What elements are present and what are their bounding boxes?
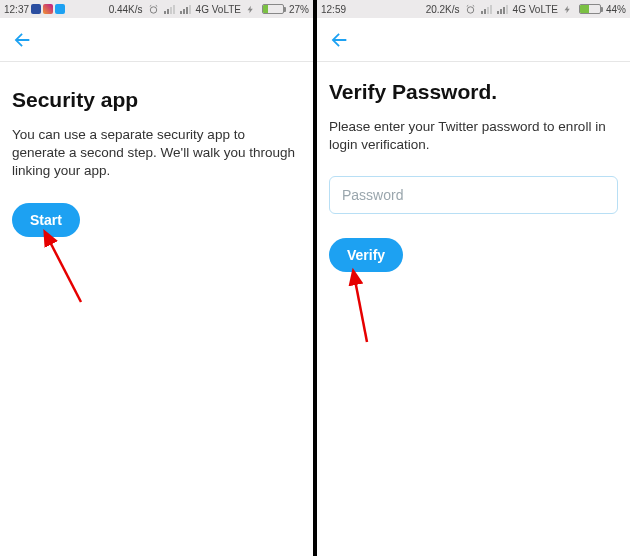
page-title: Verify Password.: [329, 80, 618, 104]
alarm-icon: [465, 4, 476, 15]
back-button[interactable]: [325, 26, 353, 54]
svg-point-0: [150, 6, 156, 12]
signal-icon: [164, 4, 175, 14]
app-header: [317, 18, 630, 62]
status-speed: 20.2K/s: [426, 4, 460, 15]
battery-icon: [579, 4, 601, 14]
password-input[interactable]: [329, 176, 618, 214]
signal-icon: [180, 4, 191, 14]
page-desc: You can use a separate security app to g…: [12, 126, 301, 181]
start-button[interactable]: Start: [12, 203, 80, 237]
charging-icon: [563, 4, 574, 15]
network-label: 4G VoLTE: [196, 4, 241, 15]
phone-right: 12:59 20.2K/s 4G VoLTE 44% Verify Passwo…: [317, 0, 630, 556]
svg-point-1: [467, 6, 473, 12]
battery-icon: [262, 4, 284, 14]
app-badge-icon: [31, 4, 41, 14]
network-label: 4G VoLTE: [513, 4, 558, 15]
status-bar: 12:59 20.2K/s 4G VoLTE 44%: [317, 0, 630, 18]
back-button[interactable]: [8, 26, 36, 54]
status-time: 12:37: [4, 4, 29, 15]
back-arrow-icon: [328, 29, 350, 51]
phone-left: 12:37 0.44K/s 4G VoLTE 27% Security app …: [0, 0, 313, 556]
signal-icon: [481, 4, 492, 14]
status-bar: 12:37 0.44K/s 4G VoLTE 27%: [0, 0, 313, 18]
annotation-arrow-icon: [335, 262, 395, 352]
page-desc: Please enter your Twitter password to en…: [329, 118, 618, 154]
instagram-icon: [43, 4, 53, 14]
signal-icon: [497, 4, 508, 14]
battery-pct: 44%: [606, 4, 626, 15]
charging-icon: [246, 4, 257, 15]
status-speed: 0.44K/s: [109, 4, 143, 15]
content: Verify Password. Please enter your Twitt…: [317, 62, 630, 272]
app-header: [0, 18, 313, 62]
alarm-icon: [148, 4, 159, 15]
page-title: Security app: [12, 88, 301, 112]
battery-pct: 27%: [289, 4, 309, 15]
twitter-icon: [55, 4, 65, 14]
status-time: 12:59: [321, 4, 346, 15]
verify-button[interactable]: Verify: [329, 238, 403, 272]
back-arrow-icon: [11, 29, 33, 51]
content: Security app You can use a separate secu…: [0, 62, 313, 237]
